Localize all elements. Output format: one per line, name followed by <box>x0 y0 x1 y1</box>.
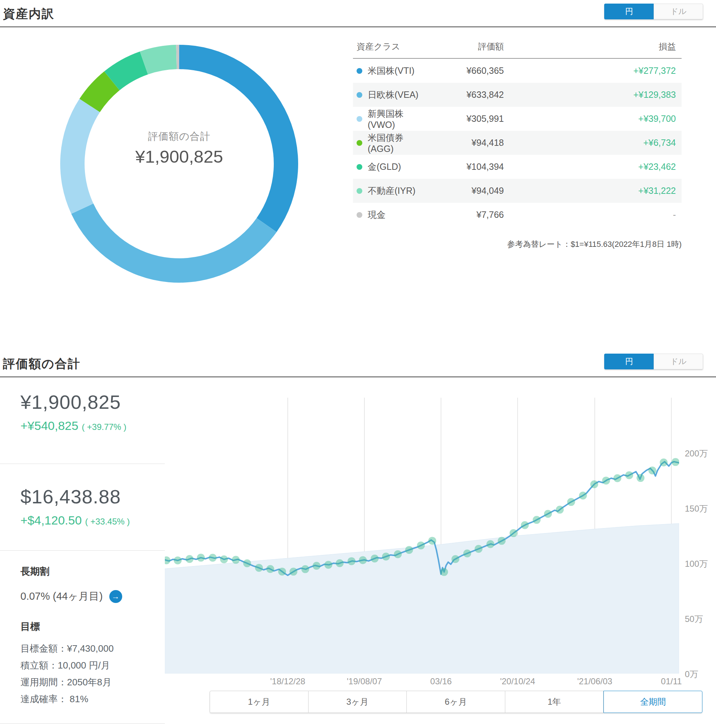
asset-gain: +¥31,222 <box>504 186 682 196</box>
gain-usd-percent: ( +33.45% ) <box>85 517 130 526</box>
wealthnavi-dashboard: 資産内訳 円ドル 評価額の合計¥1,900,825 資産クラス 評価額 損益 米… <box>0 0 716 724</box>
asset-color-dot <box>356 116 362 122</box>
asset-gain: +¥129,383 <box>504 89 682 100</box>
asset-name: 日欧株(VEA) <box>368 89 419 101</box>
asset-name: 現金 <box>368 209 385 221</box>
period-selector: 1ヶ月3ヶ月6ヶ月1年全期間 <box>209 691 702 713</box>
summary-divider <box>0 723 165 724</box>
currency-usd-button[interactable]: ドル <box>654 353 703 369</box>
x-axis-label: '19/08/07 <box>347 676 382 686</box>
longterm-discount-value: 0.07% (44ヶ月目) <box>20 589 103 604</box>
x-axis-label: '18/12/28 <box>270 676 305 686</box>
asset-gain: - <box>504 209 682 220</box>
period-button-3m[interactable]: 3ヶ月 <box>308 691 407 713</box>
donut-center-total: ¥1,900,825 <box>135 147 223 166</box>
goal-line: 目標金額：¥7,430,000 <box>20 640 165 657</box>
period-button-1y[interactable]: 1年 <box>505 691 604 713</box>
period-button-6m[interactable]: 6ヶ月 <box>407 691 505 713</box>
x-axis-label: '20/10/24 <box>500 676 535 686</box>
asset-row: 米国株(VTI)¥660,365+¥277,372 <box>353 59 682 83</box>
currency-toggle: 円ドル <box>604 353 703 369</box>
asset-table: 資産クラス 評価額 損益 米国株(VTI)¥660,365+¥277,372日欧… <box>353 41 682 250</box>
summary-panel: ¥1,900,825 +¥540,825 ( +39.77% ) $16,438… <box>0 377 165 724</box>
asset-name: 不動産(IYR) <box>368 185 415 197</box>
asset-value: ¥94,418 <box>422 138 504 148</box>
donut-center-label: 評価額の合計 <box>148 131 211 142</box>
goal-line: 積立額：10,000 円/月 <box>20 657 165 674</box>
y-axis-label: 50万 <box>685 613 703 625</box>
asset-gain: +¥23,462 <box>504 162 682 172</box>
asset-gain: +¥277,372 <box>504 65 682 76</box>
asset-name: 新興国株(VWO) <box>368 108 422 130</box>
gain-jpy: +¥540,825 ( +39.77% ) <box>20 419 165 433</box>
asset-name: 米国債券(AGG) <box>368 132 422 154</box>
asset-value: ¥660,365 <box>422 65 504 76</box>
section-total-value: 評価額の合計 円ドル ¥1,900,825 +¥540,825 ( +39.77… <box>0 350 716 724</box>
asset-color-dot <box>356 164 362 170</box>
fx-rate-note: 参考為替レート：$1=¥115.63(2022年1月8日 1時) <box>353 239 682 250</box>
x-axis-label: 01/11 <box>661 676 682 686</box>
asset-gain: +¥6,734 <box>504 138 682 148</box>
longterm-discount-label: 長期割 <box>20 565 165 578</box>
goal-details: 目標金額：¥7,430,000積立額：10,000 円/月運用期間：2050年8… <box>20 640 165 708</box>
asset-row: 日欧株(VEA)¥633,842+¥129,383 <box>353 83 682 107</box>
asset-row: 金(GLD)¥104,394+¥23,462 <box>353 155 682 179</box>
gain-usd-amount: +$4,120.50 <box>20 513 82 527</box>
asset-color-dot <box>356 140 362 146</box>
header-asset-class: 資産クラス <box>353 41 422 52</box>
asset-value: ¥104,394 <box>422 162 504 172</box>
asset-row: 新興国株(VWO)¥305,991+¥39,700 <box>353 107 682 131</box>
gain-jpy-percent: ( +39.77% ) <box>82 422 126 432</box>
chart-column: '18/12/28'19/08/0703/16'20/10/24'21/06/0… <box>165 377 716 713</box>
period-button-1m[interactable]: 1ヶ月 <box>209 691 308 713</box>
goal-line: 達成確率： 81% <box>20 691 165 708</box>
value-history-chart: '18/12/28'19/08/0703/16'20/10/24'21/06/0… <box>165 398 679 673</box>
total-value-usd: $16,438.88 <box>20 485 165 508</box>
asset-donut-chart: 評価額の合計¥1,900,825 <box>59 44 299 284</box>
header-gain-loss: 損益 <box>504 41 682 52</box>
y-axis-label: 150万 <box>685 503 708 514</box>
asset-color-dot <box>356 212 362 218</box>
currency-jpy-button[interactable]: 円 <box>604 4 654 19</box>
donut-slice-2 <box>60 99 100 214</box>
x-axis-label: '21/06/03 <box>577 676 613 686</box>
y-axis-label: 200万 <box>685 448 708 459</box>
currency-toggle: 円ドル <box>604 4 703 19</box>
asset-row: 米国債券(AGG)¥94,418+¥6,734 <box>353 131 682 155</box>
currency-usd-button[interactable]: ドル <box>654 4 703 19</box>
header-valuation: 評価額 <box>422 41 504 52</box>
asset-row: 不動産(IYR)¥94,049+¥31,222 <box>353 179 682 203</box>
asset-value: ¥305,991 <box>422 114 504 124</box>
donut-slice-1 <box>71 203 277 283</box>
asset-gain: +¥39,700 <box>504 114 682 124</box>
x-axis-label: 03/16 <box>430 676 452 686</box>
asset-value: ¥94,049 <box>422 186 504 196</box>
asset-color-dot <box>356 68 362 74</box>
currency-jpy-button[interactable]: 円 <box>604 353 654 369</box>
total-value-title: 評価額の合計 <box>3 356 80 372</box>
asset-color-dot <box>356 188 362 194</box>
detail-arrow-icon[interactable]: → <box>109 590 122 603</box>
asset-table-header: 資産クラス 評価額 損益 <box>353 41 682 59</box>
y-axis-label: 100万 <box>685 558 708 570</box>
asset-row: 現金¥7,766- <box>353 203 682 227</box>
asset-name: 金(GLD) <box>368 161 401 173</box>
goal-line: 運用期間：2050年8月 <box>20 674 165 691</box>
period-button-all[interactable]: 全期間 <box>604 691 702 713</box>
asset-color-dot <box>356 92 362 98</box>
asset-value: ¥633,842 <box>422 89 504 100</box>
asset-value: ¥7,766 <box>422 209 504 220</box>
gain-jpy-amount: +¥540,825 <box>20 419 79 432</box>
section-asset-breakdown: 資産内訳 円ドル 評価額の合計¥1,900,825 資産クラス 評価額 損益 米… <box>0 0 716 284</box>
gain-usd: +$4,120.50 ( +33.45% ) <box>20 513 165 527</box>
asset-breakdown-title: 資産内訳 <box>3 6 55 22</box>
goal-label: 目標 <box>20 620 165 633</box>
asset-name: 米国株(VTI) <box>368 65 415 77</box>
y-axis-label: 0万 <box>685 669 698 680</box>
total-value-jpy: ¥1,900,825 <box>20 391 165 413</box>
